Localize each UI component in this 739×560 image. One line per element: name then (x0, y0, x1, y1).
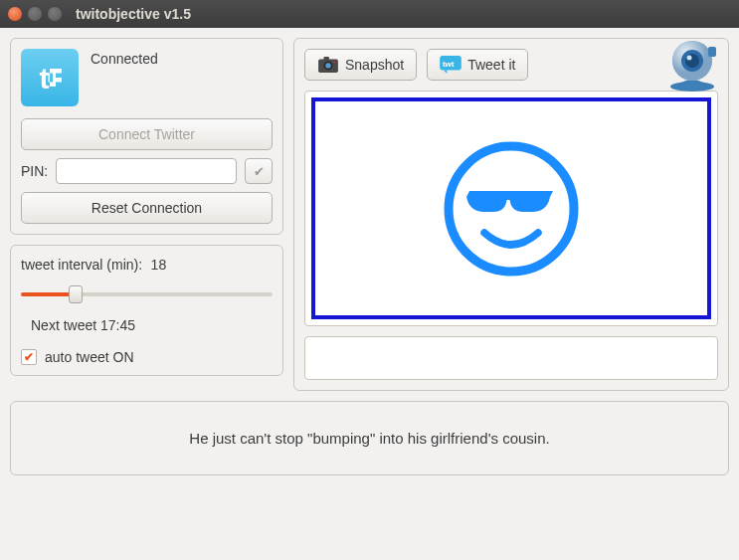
reset-connection-button[interactable]: Reset Connection (21, 192, 273, 224)
connection-panel: t Connected Connect Twitter PIN: ✔ Reset… (10, 38, 283, 235)
footer-panel: He just can't stop "bumping" into his gi… (10, 401, 729, 475)
pin-label: PIN: (21, 163, 48, 179)
window-controls (8, 7, 62, 21)
tweet-it-button[interactable]: twt Tweet it (427, 49, 528, 81)
auto-tweet-label: auto tweet ON (45, 349, 134, 365)
tweet-interval-slider[interactable] (21, 287, 273, 301)
smiley-sunglasses-icon (437, 134, 586, 283)
titlebar: twitobjective v1.5 (0, 0, 739, 28)
snapshot-preview (304, 91, 718, 326)
next-tweet-label: Next tweet 17:45 (31, 317, 273, 333)
check-icon: ✔ (254, 164, 265, 179)
tweet-it-label: Tweet it (467, 57, 515, 73)
minimize-icon[interactable] (28, 7, 42, 21)
svg-point-12 (685, 54, 699, 68)
snapshot-button[interactable]: Snapshot (304, 49, 417, 81)
snapshot-label: Snapshot (345, 57, 404, 73)
caption-input[interactable] (304, 336, 718, 380)
interval-panel: tweet interval (min): 18 Next tweet 17:4… (10, 245, 283, 376)
tweet-interval-value: 18 (151, 257, 167, 273)
slider-thumb[interactable] (69, 285, 83, 303)
svg-text:twt: twt (443, 60, 455, 69)
twt-icon: twt (440, 56, 462, 74)
svg-text:t: t (40, 62, 50, 94)
auto-tweet-checkbox[interactable] (21, 349, 37, 365)
camera-icon (317, 56, 339, 74)
pin-input[interactable] (56, 158, 237, 184)
footer-text: He just can't stop "bumping" into his gi… (189, 430, 549, 447)
capture-panel: Snapshot twt Tweet it (293, 38, 729, 391)
svg-rect-14 (708, 47, 716, 57)
pin-confirm-button[interactable]: ✔ (245, 158, 273, 184)
close-icon[interactable] (8, 7, 22, 21)
maximize-icon[interactable] (48, 7, 62, 21)
webcam-icon (664, 39, 724, 96)
svg-rect-2 (324, 57, 329, 61)
twitter-logo-icon: t (21, 49, 79, 106)
window-title: twitobjective v1.5 (76, 6, 191, 22)
connect-twitter-button[interactable]: Connect Twitter (21, 118, 273, 150)
svg-point-4 (325, 63, 330, 68)
svg-point-15 (449, 146, 574, 272)
tweet-interval-label: tweet interval (min): (21, 257, 142, 273)
svg-point-13 (687, 56, 692, 61)
connection-status: Connected (91, 49, 158, 67)
svg-point-5 (333, 61, 335, 63)
